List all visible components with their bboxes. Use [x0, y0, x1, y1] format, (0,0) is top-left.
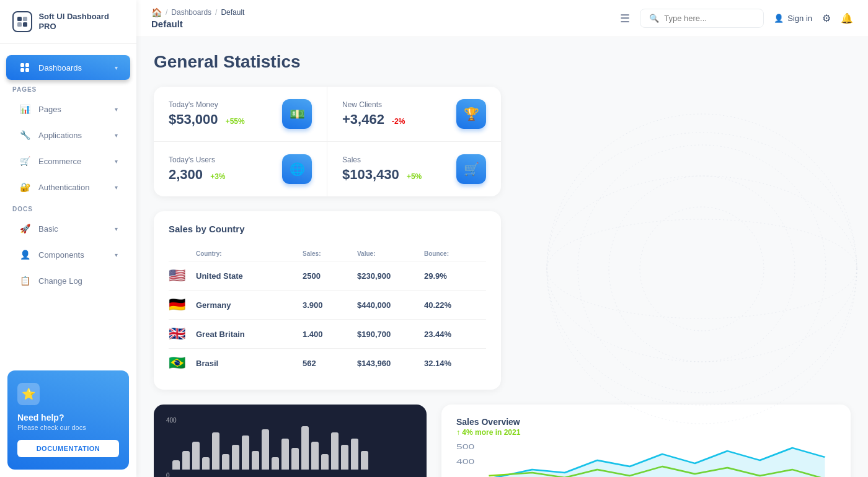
svg-point-9 — [578, 145, 826, 393]
bar — [331, 432, 339, 470]
sidebar: Soft UI Dashboard PRO Dashboards ▾ PAGES — [0, 0, 136, 477]
sidebar-item-label: Ecommerce — [38, 157, 81, 166]
bar — [212, 432, 219, 470]
sidebar-item-basic[interactable]: 🚀 Basic ▾ — [6, 216, 130, 241]
sidebar-nav: Dashboards ▾ PAGES 📊 Pages ▾ 🔧 Applicati… — [0, 44, 136, 363]
sidebar-item-label: Components — [38, 250, 84, 260]
topbar-left: 🏠 / Dashboards / Default Default — [151, 7, 244, 29]
svg-point-12 — [547, 219, 857, 318]
flag-us: 🇺🇸 — [169, 268, 191, 284]
sidebar-item-dashboards[interactable]: Dashboards ▾ — [6, 55, 130, 80]
stat-label-clients: New Clients — [342, 100, 405, 109]
sidebar-item-pages[interactable]: 📊 Pages ▾ — [6, 97, 130, 121]
bar — [321, 454, 329, 470]
sidebar-item-label: Dashboards — [38, 63, 82, 72]
stat-info-users: Today's Users 2,300 +3% — [169, 155, 226, 183]
stats-grid: Today's Money $53,000 +55% 💵 New Clients… — [154, 87, 501, 196]
documentation-button[interactable]: DOCUMENTATION — [17, 440, 119, 457]
chevron-down-icon: ▾ — [115, 132, 118, 139]
basic-icon: 🚀 — [19, 222, 31, 235]
sales-badge: +5% — [407, 172, 422, 181]
country-name-gb: Great Britain — [196, 330, 298, 339]
chart-y-400: 400 — [166, 417, 414, 424]
logo-icon — [12, 11, 32, 32]
bar — [192, 442, 200, 470]
topbar: 🏠 / Dashboards / Default Default ☰ 🔍 👤 S… — [136, 0, 868, 37]
search-box: 🔍 — [640, 9, 764, 28]
stat-card-money: Today's Money $53,000 +55% 💵 — [154, 87, 327, 142]
components-icon: 👤 — [19, 248, 31, 261]
bounce-gb: 23.44% — [424, 330, 486, 339]
flag-gb: 🇬🇧 — [169, 326, 191, 342]
bar-chart-card: 400 0 — [154, 405, 427, 477]
stat-info-money: Today's Money $53,000 +55% — [169, 100, 245, 128]
sales-cart-icon: 🛒 — [456, 154, 486, 184]
stat-info-clients: New Clients +3,462 -2% — [342, 100, 405, 128]
svg-rect-3 — [23, 22, 27, 27]
stat-card-sales: Sales $103,430 +5% 🛒 — [327, 142, 501, 196]
sidebar-item-authentication[interactable]: 🔐 Authentication ▾ — [6, 175, 130, 199]
stat-label-users: Today's Users — [169, 155, 226, 164]
bar — [291, 448, 299, 470]
topbar-right: ☰ 🔍 👤 Sign in ⚙ 🔔 — [620, 9, 853, 28]
bar — [242, 435, 249, 470]
stat-card-users: Today's Users 2,300 +3% 🌐 — [154, 142, 327, 196]
svg-point-13 — [547, 176, 857, 362]
search-icon: 🔍 — [649, 14, 659, 23]
sidebar-item-label: Authentication — [38, 183, 89, 192]
svg-point-10 — [609, 176, 795, 362]
bounce-de: 40.22% — [424, 300, 486, 310]
clients-amount: +3,462 — [342, 112, 384, 127]
search-input[interactable] — [664, 14, 755, 23]
svg-rect-2 — [17, 22, 22, 27]
country-name-br: Brasil — [196, 359, 298, 368]
sidebar-item-changelog[interactable]: 📋 Change Log — [6, 268, 130, 293]
stat-label-money: Today's Money — [169, 100, 245, 109]
changelog-icon: 📋 — [19, 274, 31, 287]
country-name-de: Germany — [196, 300, 298, 310]
bounce-us: 29.9% — [424, 271, 486, 281]
chart-y-0: 0 — [166, 472, 414, 477]
docs-section-label: DOCS — [0, 201, 136, 215]
chevron-down-icon: ▾ — [115, 252, 118, 258]
help-title: Need help? — [17, 413, 119, 422]
flag-br: 🇧🇷 — [169, 355, 191, 371]
col-header-value: Value: — [357, 250, 419, 257]
col-header-sales: Sales: — [303, 250, 352, 257]
sidebar-item-label: Basic — [38, 224, 58, 234]
sales-gb: 1.400 — [303, 330, 352, 339]
bar — [301, 426, 309, 470]
ecommerce-icon: 🛒 — [19, 155, 31, 167]
money-icon: 💵 — [282, 99, 312, 129]
chevron-down-icon: ▾ — [115, 158, 118, 165]
bar-chart — [166, 426, 414, 470]
country-name-us: United State — [196, 271, 298, 281]
settings-icon[interactable]: ⚙ — [822, 12, 831, 24]
pages-icon: 📊 — [19, 103, 31, 115]
stat-label-sales: Sales — [342, 155, 422, 164]
breadcrumb-dashboards[interactable]: Dashboards — [171, 8, 211, 17]
svg-rect-0 — [17, 17, 22, 21]
chevron-down-icon: ▾ — [115, 225, 118, 232]
stat-value-money: $53,000 +55% — [169, 112, 245, 128]
sidebar-item-applications[interactable]: 🔧 Applications ▾ — [6, 123, 130, 147]
menu-toggle-button[interactable]: ☰ — [620, 12, 630, 25]
signin-button[interactable]: 👤 Sign in — [774, 14, 812, 23]
sidebar-item-label: Pages — [38, 105, 61, 114]
svg-marker-17 — [489, 448, 825, 477]
content-area: General Statistics Today's Money $53,000… — [136, 37, 868, 477]
breadcrumb-sep1: / — [166, 8, 167, 17]
bar — [272, 457, 279, 470]
sidebar-item-ecommerce[interactable]: 🛒 Ecommerce ▾ — [6, 149, 130, 173]
home-icon[interactable]: 🏠 — [151, 7, 162, 17]
clients-icon: 🏆 — [456, 99, 486, 129]
sidebar-item-components[interactable]: 👤 Components ▾ — [6, 242, 130, 267]
table-row: 🇺🇸 United State 2500 $230,900 29.9% — [169, 261, 486, 291]
country-table-header: Country: Sales: Value: Bounce: — [169, 244, 486, 261]
page-title: General Statistics — [154, 52, 851, 72]
content-wrapper: General Statistics Today's Money $53,000… — [154, 52, 851, 477]
sidebar-logo: Soft UI Dashboard PRO — [0, 0, 136, 44]
chevron-down-icon: ▾ — [115, 106, 118, 113]
bar — [182, 451, 190, 470]
notifications-icon[interactable]: 🔔 — [841, 12, 853, 24]
